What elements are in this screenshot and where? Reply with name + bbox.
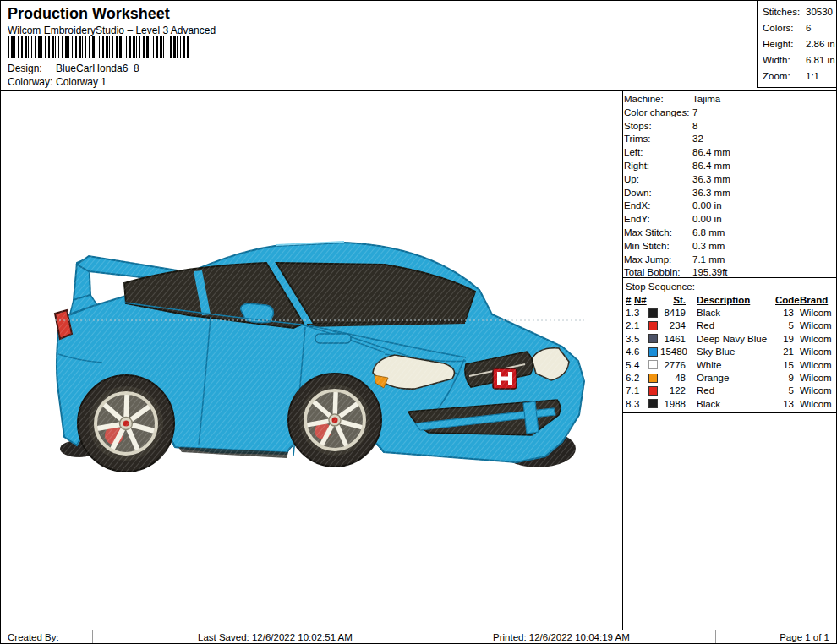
machine-info-row: EndY:0.00 in bbox=[624, 213, 837, 226]
summary-row: Height:2.86 in bbox=[763, 36, 837, 52]
summary-row: Width:6.81 in bbox=[763, 52, 837, 68]
stop-column-header: N# bbox=[634, 295, 647, 305]
summary-row: Stitches:30530 bbox=[763, 4, 837, 20]
machine-info-value: 36.3 mm bbox=[692, 188, 730, 198]
machine-info-label: Color changes: bbox=[624, 106, 692, 120]
machine-info-label: Stops: bbox=[624, 120, 692, 134]
needle-number: 1 bbox=[634, 320, 647, 330]
machine-info-label: Machine: bbox=[624, 93, 692, 106]
thread-brand: Wilcom bbox=[794, 308, 835, 318]
machine-info-value: 36.3 mm bbox=[692, 174, 730, 184]
thread-color-swatch bbox=[648, 347, 658, 357]
design-summary-box: Stitches:30530Colors:6Height:2.86 inWidt… bbox=[757, 1, 837, 88]
stitch-count: 1988 bbox=[660, 399, 686, 409]
stop-column-header: St. bbox=[660, 295, 686, 305]
machine-info-value: 86.4 mm bbox=[692, 161, 730, 171]
stop-sequence-row: 4.615480Sky Blue21Wilcom bbox=[623, 346, 837, 358]
machine-info-value: 7.1 mm bbox=[692, 254, 725, 265]
stitch-count: 8419 bbox=[660, 308, 686, 318]
machine-info-value: 8 bbox=[692, 121, 698, 131]
stop-sequence-row: 2.1234Red5Wilcom bbox=[623, 319, 837, 332]
design-preview-area bbox=[53, 236, 588, 478]
design-row: Design:BlueCarHonda6_8 bbox=[8, 63, 140, 74]
stitch-count: 1461 bbox=[660, 334, 686, 344]
machine-info-value: Tajima bbox=[692, 94, 720, 104]
thread-color-swatch bbox=[648, 386, 658, 396]
summary-row: Colors:6 bbox=[763, 20, 837, 36]
machine-info-row: Machine:Tajima bbox=[624, 93, 837, 106]
stop-number: 4. bbox=[626, 347, 634, 357]
thread-description: Red bbox=[686, 385, 775, 396]
stop-column-header: Brand bbox=[794, 295, 835, 305]
thread-description: Deep Navy Blue bbox=[686, 334, 775, 344]
thread-code: 13 bbox=[775, 399, 794, 409]
footer-printed: Printed: 12/6/2022 10:04:19 AM bbox=[493, 632, 630, 642]
machine-info-label: Up: bbox=[624, 173, 692, 187]
stop-number: 7. bbox=[626, 385, 634, 396]
machine-info-value: 86.4 mm bbox=[692, 147, 730, 157]
summary-label: Width: bbox=[763, 52, 806, 68]
stop-sequence-row: 6.248Orange9Wilcom bbox=[623, 371, 837, 384]
production-worksheet-page: Production Worksheet Wilcom EmbroiderySt… bbox=[0, 0, 837, 644]
machine-info-label: Max Jump: bbox=[624, 254, 692, 267]
thread-color-swatch bbox=[648, 308, 658, 318]
stop-column-header: Code bbox=[775, 295, 794, 305]
thread-brand: Wilcom bbox=[794, 320, 835, 330]
machine-info-row: Max Jump:7.1 mm bbox=[624, 254, 837, 267]
stitch-count: 234 bbox=[660, 320, 686, 330]
colorway-row: Colorway:Colorway 1 bbox=[8, 76, 107, 88]
machine-info-value: 6.8 mm bbox=[692, 227, 725, 237]
needle-number: 5 bbox=[634, 334, 647, 344]
stop-sequence-row: 8.31988Black13Wilcom bbox=[623, 397, 837, 410]
machine-info-row: Right:86.4 mm bbox=[624, 160, 837, 173]
machine-info-row: Color changes:7 bbox=[624, 106, 837, 120]
stop-sequence-panel: Stop Sequence: #N#St.DescriptionCodeBran… bbox=[623, 277, 837, 413]
stitch-count: 122 bbox=[660, 385, 686, 396]
thread-description: Red bbox=[686, 320, 775, 330]
footer-last-saved: Last Saved: 12/6/2022 10:02:51 AM bbox=[198, 632, 353, 642]
thread-brand: Wilcom bbox=[794, 373, 835, 383]
machine-info-row: Stops:8 bbox=[624, 120, 837, 134]
footer-cell-divider bbox=[715, 630, 716, 644]
design-label: Design: bbox=[8, 63, 56, 74]
summary-value: 6.81 in bbox=[806, 55, 835, 65]
machine-info-row: Min Stitch:0.3 mm bbox=[624, 240, 837, 254]
stop-number: 2. bbox=[626, 320, 634, 330]
summary-value: 30530 bbox=[806, 7, 833, 17]
thread-description: Sky Blue bbox=[686, 347, 775, 357]
machine-info-value: 7 bbox=[692, 107, 698, 117]
thread-description: Orange bbox=[686, 373, 775, 383]
design-value: BlueCarHonda6_8 bbox=[56, 63, 140, 74]
thread-code: 15 bbox=[775, 360, 794, 370]
machine-info-label: EndX: bbox=[624, 199, 692, 213]
machine-info-label: EndY: bbox=[624, 213, 692, 226]
thread-color-swatch bbox=[648, 321, 658, 330]
summary-value: 6 bbox=[806, 23, 811, 33]
summary-label: Height: bbox=[763, 36, 806, 52]
summary-value: 2.86 in bbox=[806, 39, 835, 49]
stop-sequence-row: 3.51461Deep Navy Blue19Wilcom bbox=[623, 332, 837, 345]
stitch-count: 48 bbox=[660, 373, 686, 383]
machine-info-row: Max Stitch:6.8 mm bbox=[624, 226, 837, 240]
summary-label: Zoom: bbox=[763, 68, 806, 85]
footer-divider bbox=[1, 630, 836, 630]
car-embroidery-design bbox=[53, 236, 588, 478]
machine-info-label: Down: bbox=[624, 187, 692, 200]
needle-number: 4 bbox=[634, 360, 647, 370]
needle-number: 1 bbox=[634, 385, 647, 396]
thread-code: 19 bbox=[775, 334, 794, 344]
stop-sequence-row: 7.1122Red5Wilcom bbox=[623, 385, 837, 397]
summary-row: Zoom:1:1 bbox=[763, 68, 837, 85]
machine-info-row: EndX:0.00 in bbox=[624, 199, 837, 213]
stitch-texture-overlay bbox=[53, 236, 588, 478]
machine-info-label: Trims: bbox=[624, 133, 692, 146]
thread-brand: Wilcom bbox=[794, 334, 835, 344]
summary-value: 1:1 bbox=[806, 71, 819, 81]
stitch-count: 15480 bbox=[660, 347, 686, 357]
thread-description: White bbox=[686, 360, 775, 370]
thread-description: Black bbox=[686, 308, 775, 318]
machine-info-value: 0.00 in bbox=[692, 200, 722, 210]
thread-code: 21 bbox=[775, 347, 794, 357]
machine-info-row: Left:86.4 mm bbox=[624, 146, 837, 160]
stop-column-header: # bbox=[626, 295, 634, 305]
